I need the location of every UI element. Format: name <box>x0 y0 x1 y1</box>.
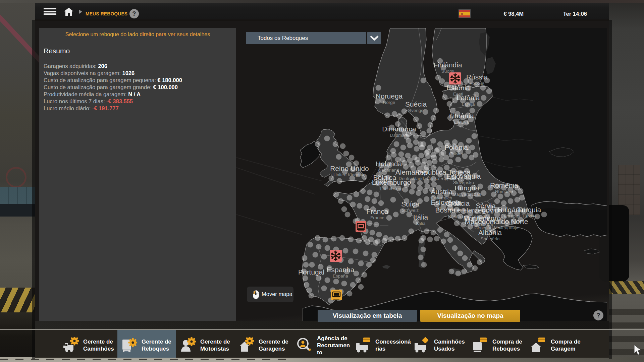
svg-text:España: España <box>333 274 348 279</box>
svg-text:Estônia: Estônia <box>446 84 470 92</box>
svg-text:Espanha: Espanha <box>327 266 355 274</box>
svg-text:România: România <box>495 189 514 194</box>
svg-text:Romênia: Romênia <box>490 181 518 189</box>
svg-text:Albânia: Albânia <box>478 229 502 236</box>
svg-text:Luxemburgo: Luxemburgo <box>372 178 411 186</box>
svg-text:United Kingdom: United Kingdom <box>333 172 366 177</box>
svg-text:Lietuva: Lietuva <box>454 120 469 125</box>
svg-text:Bosna e Herzegovina: Bosna e Herzegovina <box>435 206 503 214</box>
svg-text:Hungria: Hungria <box>454 184 479 192</box>
svg-text:França: França <box>366 207 388 215</box>
svg-text:Letônia: Letônia <box>457 94 480 102</box>
svg-text:Turquia: Turquia <box>518 206 541 214</box>
svg-text:Lituânia: Lituânia <box>449 112 474 120</box>
svg-text:Reino Unido: Reino Unido <box>330 165 369 172</box>
svg-text:Magyarország: Magyarország <box>452 192 481 197</box>
svg-text:Türkiye: Türkiye <box>522 214 537 219</box>
svg-text:Shqipëria: Shqipëria <box>480 236 500 241</box>
svg-text:Rússia: Rússia <box>466 73 488 81</box>
svg-text:България: България <box>500 214 521 219</box>
svg-text:Latvija: Latvija <box>462 102 475 107</box>
svg-text:Россия: Россия <box>470 81 484 86</box>
svg-text:Finlândia: Finlândia <box>433 61 462 69</box>
svg-text:France: France <box>370 215 384 220</box>
svg-text:Áustria: Áustria <box>431 188 453 195</box>
svg-text:Macedônia do Norte: Macedônia do Norte <box>465 218 528 225</box>
svg-text:Dinamarca: Dinamarca <box>382 125 416 133</box>
svg-text:Danmark: Danmark <box>390 133 409 138</box>
svg-text:Polska: Polska <box>449 151 463 156</box>
svg-text:Sverige: Sverige <box>408 108 424 113</box>
svg-text:Italia: Italia <box>416 221 426 226</box>
svg-text:Schweiz: Schweiz <box>402 208 419 213</box>
svg-text:Lëtzebuerg: Lëtzebuerg <box>380 186 403 191</box>
svg-text:Holanda: Holanda <box>376 160 402 168</box>
svg-text:Polônia: Polônia <box>444 143 468 151</box>
svg-text:Suíça: Suíça <box>401 200 419 208</box>
svg-text:Eslováquia: Eslováquia <box>446 172 481 180</box>
svg-text:Norge: Norge <box>383 100 395 105</box>
svg-text:Itália: Itália <box>413 213 428 221</box>
svg-text:Portugal: Portugal <box>298 268 324 276</box>
svg-text:Noruega: Noruega <box>376 92 403 100</box>
svg-text:Suécia: Suécia <box>405 100 427 108</box>
